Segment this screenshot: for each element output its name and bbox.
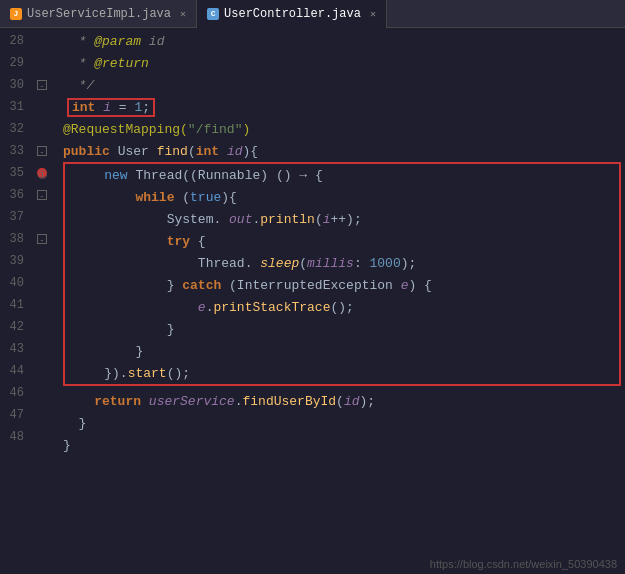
method-finduserbyid: findUserById (242, 394, 336, 409)
method-println: println (260, 212, 315, 227)
gutter-row-39: 39 (0, 250, 55, 272)
type-interrupted: InterruptedException (237, 278, 393, 293)
equals: = (111, 100, 134, 115)
brace-35: { (307, 168, 323, 183)
gutter-icons-35: ① (32, 168, 52, 178)
line-num-39: 39 (0, 254, 32, 268)
method-start: start (128, 366, 167, 381)
code-line-28: * @param id (55, 30, 625, 52)
code-line-30: */ (55, 74, 625, 96)
brace-43: } (135, 344, 143, 359)
annotation-requestmapping: @RequestMapping( (63, 122, 188, 137)
paren-35a: (( (182, 168, 198, 183)
indent-35 (73, 168, 104, 183)
dot-41: . (206, 300, 214, 315)
gutter-row-47: 47 (0, 404, 55, 426)
brace-48: } (63, 438, 71, 453)
field-out: out (229, 212, 252, 227)
fold-icon-38[interactable]: - (37, 234, 47, 244)
gutter: 28 29 30 - 31 32 (0, 28, 55, 574)
comment-param-id: id (141, 34, 164, 49)
number-1: 1 (134, 100, 142, 115)
brace-38: { (190, 234, 206, 249)
space-35a (128, 168, 136, 183)
tab-usercontroller[interactable]: C UserController.java ✕ (197, 0, 387, 28)
method-sleep: sleep (260, 256, 299, 271)
comment-return-prefix: * (63, 56, 94, 71)
code-line-31: int i = 1 ; (55, 96, 625, 118)
space-3 (149, 144, 157, 159)
tab-bar: J UserServiceImpl.java ✕ C UserControlle… (0, 0, 625, 28)
code-line-40: } catch ( InterruptedException e ) { (65, 274, 619, 296)
indent-41 (73, 300, 198, 315)
code-line-47: } (55, 412, 625, 434)
type-thread-39: Thread (198, 256, 245, 271)
line-num-30: 30 (0, 78, 32, 92)
gutter-row-29: 29 (0, 52, 55, 74)
fold-icon-33[interactable]: - (37, 146, 47, 156)
colon-39: : (354, 256, 370, 271)
fold-icon-30[interactable]: - (37, 80, 47, 90)
paren-41: (); (330, 300, 353, 315)
tab-label-1: UserServiceImpl.java (27, 7, 171, 21)
code-line-33: public User find ( int id ){ (55, 140, 625, 162)
gutter-row-37: 37 (0, 206, 55, 228)
indent-44 (73, 366, 104, 381)
space-40: ( (221, 278, 237, 293)
plusplus: ++); (331, 212, 362, 227)
fold-icon-36[interactable]: - (37, 190, 47, 200)
dot-37a: . (213, 212, 229, 227)
app-window: J UserServiceImpl.java ✕ C UserControlle… (0, 0, 625, 574)
gutter-row-42: 42 (0, 316, 55, 338)
close-tab-1[interactable]: ✕ (180, 8, 186, 20)
code-line-44: }). start (); (65, 362, 619, 384)
keyword-return: return (94, 394, 141, 409)
dot-39: . (245, 256, 261, 271)
gutter-icons-38: - (32, 234, 52, 244)
gutter-row-43: 43 (0, 338, 55, 360)
close-tab-2[interactable]: ✕ (370, 8, 376, 20)
dot-37b: . (252, 212, 260, 227)
gutter-row-40: 40 (0, 272, 55, 294)
field-userservice: userService (149, 394, 235, 409)
code-line-36: while ( true ){ (65, 186, 619, 208)
comment-end: */ (63, 78, 94, 93)
indent-42 (73, 322, 167, 337)
line-num-35: 35 (0, 166, 32, 180)
line-num-41: 41 (0, 298, 32, 312)
space-2 (110, 144, 118, 159)
gutter-icons-30: - (32, 80, 52, 90)
method-printstacktrace: printStackTrace (213, 300, 330, 315)
gutter-row-44: 44 (0, 360, 55, 382)
line-num-31: 31 (0, 100, 32, 114)
semicolon-1: ; (142, 100, 150, 115)
space-1 (95, 100, 103, 115)
line-num-42: 42 (0, 320, 32, 334)
gutter-row-33: 33 - (0, 140, 55, 162)
code-line-43: } (65, 340, 619, 362)
brace-40b: ) { (409, 278, 432, 293)
brace-40a: } (167, 278, 183, 293)
code-line-38: try { (65, 230, 619, 252)
paren-35b: ) () (260, 168, 299, 183)
paren-39b: ); (401, 256, 417, 271)
space-4 (219, 144, 227, 159)
line-num-44: 44 (0, 364, 32, 378)
code-line-35: new Thread (( Runnable ) () → { (65, 164, 619, 186)
var-e: e (401, 278, 409, 293)
var-i: i (103, 100, 111, 115)
tab-userserviceimpl[interactable]: J UserServiceImpl.java ✕ (0, 0, 197, 28)
gutter-icons-36: - (32, 190, 52, 200)
line-num-37: 37 (0, 210, 32, 224)
indent-36 (73, 190, 135, 205)
type-thread: Thread (135, 168, 182, 183)
paren-44: (); (167, 366, 190, 381)
code-area: * @param id * @return */ int i = (55, 28, 625, 574)
comment-param: * (63, 34, 94, 49)
string-find: "/find" (188, 122, 243, 137)
gutter-row-36: 36 - (0, 184, 55, 206)
paren-open: ( (188, 144, 196, 159)
thread-block: new Thread (( Runnable ) () → { while ( … (63, 162, 621, 386)
indent-38 (73, 234, 167, 249)
code-line-46: return userService . findUserById ( id )… (55, 390, 625, 412)
